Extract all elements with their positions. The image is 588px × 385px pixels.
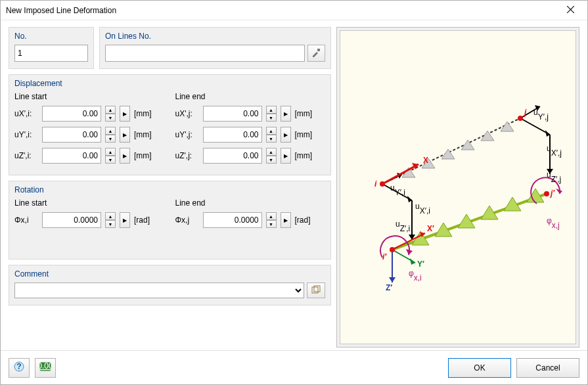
comment-library-button[interactable]: [307, 283, 325, 298]
svg-text:i: i: [374, 179, 377, 189]
uyj-input[interactable]: [203, 127, 262, 143]
phixj-label: Φx,j: [175, 215, 199, 225]
right-column: i j i′ j′ X X′ Y′ Z′ uY′,i uX′,i uZ′,i u…: [336, 27, 579, 348]
svg-rect-4: [314, 286, 320, 292]
on-lines-input[interactable]: [105, 45, 305, 62]
diagram-icon: i j i′ j′ X X′ Y′ Z′ uY′,i uX′,i uZ′,i u…: [350, 79, 566, 296]
uyi-spin-up[interactable]: ▲: [105, 127, 116, 135]
cancel-button[interactable]: Cancel: [516, 358, 579, 378]
svg-text:X′: X′: [427, 224, 434, 233]
svg-marker-28: [410, 258, 415, 265]
pick-lines-button[interactable]: [307, 45, 325, 62]
uxi-more-button[interactable]: ▶: [120, 106, 130, 122]
uxj-more-button[interactable]: ▶: [281, 106, 291, 122]
phixi-spin-up[interactable]: ▲: [105, 212, 116, 220]
phixi-more-button[interactable]: ▶: [120, 212, 130, 228]
svg-point-36: [518, 116, 523, 121]
uxi-row: uX',i: ▲▼ ▶ [mm]: [14, 105, 165, 122]
uzi-spin-up[interactable]: ▲: [105, 148, 116, 156]
uzi-input[interactable]: [42, 148, 101, 164]
phixi-label: Φx,i: [14, 215, 38, 225]
svg-text:j′: j′: [549, 189, 555, 198]
uyj-spin-up[interactable]: ▲: [266, 127, 277, 135]
svg-point-37: [390, 247, 395, 252]
units-button[interactable]: 0.00: [35, 358, 56, 378]
no-label: No.: [14, 32, 88, 41]
svg-point-35: [380, 181, 385, 187]
uxi-spin-down[interactable]: ▼: [105, 114, 116, 122]
displacement-end-col: Line end uX',j: ▲▼ ▶ [mm] uY',j: ▲▼: [175, 92, 326, 168]
uxi-spin-up[interactable]: ▲: [105, 106, 116, 114]
uzi-more-button[interactable]: ▶: [120, 148, 130, 164]
uzj-spin-down[interactable]: ▼: [266, 156, 277, 164]
group-on-lines: On Lines No.: [99, 27, 331, 69]
titlebar: New Imposed Line Deformation: [1, 1, 587, 20]
footer: ? 0.00 OK Cancel: [1, 350, 587, 384]
phixj-spin-down[interactable]: ▼: [266, 220, 277, 228]
left-column: No. On Lines No.: [9, 27, 331, 348]
help-icon: ?: [14, 361, 24, 374]
ok-button[interactable]: OK: [448, 358, 511, 378]
svg-rect-2: [317, 49, 320, 51]
uxj-spin-down[interactable]: ▼: [266, 114, 277, 122]
svg-text:uY′,i: uY′,i: [390, 183, 405, 197]
library-icon: [311, 285, 321, 296]
phixi-unit: [rad]: [134, 215, 158, 225]
phixj-spin-up[interactable]: ▲: [266, 212, 277, 220]
uzj-spin-up[interactable]: ▲: [266, 148, 277, 156]
uyi-input[interactable]: [42, 127, 101, 143]
rotation-end-col: Line end Φx,j ▲▼ ▶ [rad]: [175, 198, 326, 233]
phixj-row: Φx,j ▲▼ ▶ [rad]: [175, 212, 326, 229]
group-comment: Comment: [9, 265, 331, 306]
svg-marker-30: [389, 277, 396, 283]
comment-combo[interactable]: [14, 283, 304, 298]
uxj-label: uX',j:: [175, 109, 199, 118]
phixi-spin-down[interactable]: ▼: [105, 220, 116, 228]
group-rotation: Rotation Line start Φx,i ▲▼ ▶ [rad] L: [9, 181, 331, 260]
help-button[interactable]: ?: [9, 358, 30, 378]
svg-text:Y′: Y′: [417, 260, 424, 269]
uyi-label: uY',i:: [14, 130, 38, 139]
uxi-input[interactable]: [42, 106, 101, 122]
uyj-spin-down[interactable]: ▼: [266, 135, 277, 143]
svg-rect-3: [312, 287, 318, 293]
rotation-start-col: Line start Φx,i ▲▼ ▶ [rad]: [14, 198, 165, 233]
uyi-more-button[interactable]: ▶: [120, 127, 130, 143]
uxj-row: uX',j: ▲▼ ▶ [mm]: [175, 105, 326, 122]
uxi-unit: [mm]: [134, 109, 158, 118]
uyi-row: uY',i: ▲▼ ▶ [mm]: [14, 126, 165, 143]
svg-text:uX′,i: uX′,i: [415, 202, 430, 215]
displacement-label: Displacement: [14, 79, 325, 88]
uxj-input[interactable]: [203, 106, 262, 122]
uzj-input[interactable]: [203, 148, 262, 164]
uzi-spin-down[interactable]: ▼: [105, 156, 116, 164]
uxj-unit: [mm]: [295, 109, 319, 118]
uzj-unit: [mm]: [295, 151, 319, 160]
uzi-label: uZ',i:: [14, 151, 38, 160]
phixj-input[interactable]: [203, 212, 262, 228]
svg-text:X: X: [423, 156, 428, 165]
units-icon: 0.00: [39, 362, 51, 373]
uyi-spin-down[interactable]: ▼: [105, 135, 116, 143]
phixi-input[interactable]: [42, 212, 101, 228]
svg-text:uZ′,j: uZ′,j: [547, 170, 561, 184]
svg-text:uZ′,i: uZ′,i: [396, 219, 410, 233]
uzj-more-button[interactable]: ▶: [281, 148, 291, 164]
uxj-spin-up[interactable]: ▲: [266, 106, 277, 114]
uyi-unit: [mm]: [134, 130, 158, 139]
close-icon: [567, 6, 574, 15]
rotation-line-start-label: Line start: [14, 198, 165, 208]
svg-line-5: [382, 118, 520, 184]
uzj-label: uZ',j:: [175, 151, 199, 160]
phixj-more-button[interactable]: ▶: [281, 212, 291, 228]
phixi-row: Φx,i ▲▼ ▶ [rad]: [14, 212, 165, 229]
svg-text:Z′: Z′: [386, 283, 392, 292]
svg-text:?: ?: [16, 362, 21, 371]
uzj-row: uZ',j: ▲▼ ▶ [mm]: [175, 147, 326, 164]
on-lines-label: On Lines No.: [105, 32, 325, 41]
svg-text:uY′,j: uY′,j: [533, 108, 549, 122]
close-button[interactable]: [557, 1, 583, 20]
no-input[interactable]: [14, 45, 88, 62]
uyj-more-button[interactable]: ▶: [281, 127, 291, 143]
uyj-label: uY',j:: [175, 130, 199, 139]
